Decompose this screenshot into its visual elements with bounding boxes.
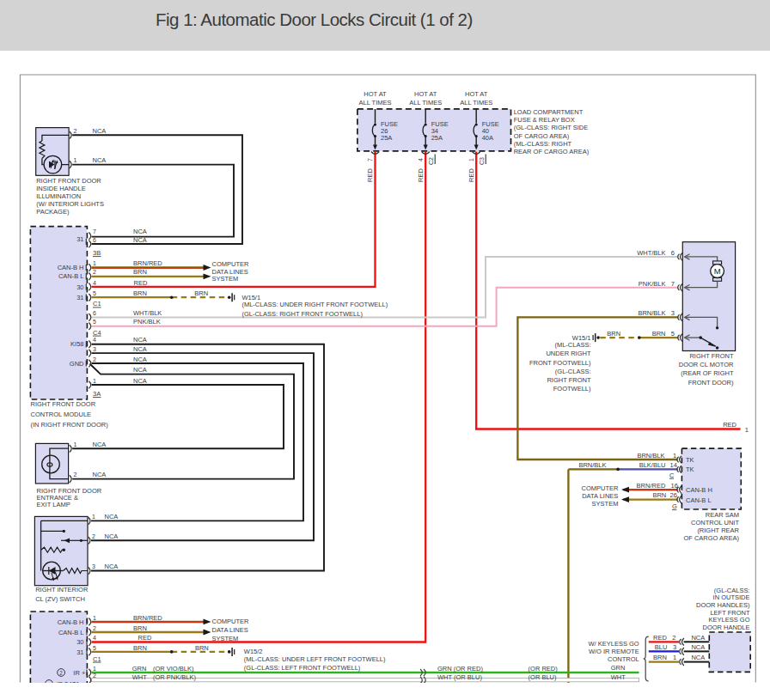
svg-text:BRN/RED: BRN/RED: [637, 482, 666, 490]
svg-text:(GL-CLASS:: (GL-CLASS:: [555, 368, 591, 375]
svg-text:CAN-B L: CAN-B L: [58, 272, 84, 280]
svg-text:1: 1: [673, 654, 676, 661]
svg-text:FRONT FOOTWELL): FRONT FOOTWELL): [529, 359, 591, 367]
svg-text:NCA: NCA: [93, 441, 107, 448]
svg-text:NCA: NCA: [93, 156, 107, 164]
svg-text:NCA: NCA: [105, 533, 119, 540]
svg-text:NCA: NCA: [105, 563, 119, 570]
svg-text:4: 4: [93, 635, 96, 641]
svg-text:WHT: WHT: [132, 673, 147, 681]
svg-text:CAN-B H: CAN-B H: [58, 264, 84, 271]
svg-text:2: 2: [59, 670, 63, 676]
svg-text:NCA: NCA: [691, 643, 705, 651]
svg-text:26: 26: [670, 491, 677, 499]
svg-text:G: G: [672, 502, 677, 510]
svg-text:ALL TIMES: ALL TIMES: [359, 99, 392, 107]
svg-text:TK: TK: [686, 456, 694, 464]
svg-text:3: 3: [93, 346, 96, 352]
svg-text:RED: RED: [653, 634, 667, 642]
svg-text:(REAR OF RIGHT: (REAR OF RIGHT: [681, 369, 734, 377]
svg-text:40A: 40A: [482, 134, 493, 142]
svg-text:FRONT DOOR): FRONT DOOR): [688, 379, 734, 387]
svg-text:ILLUMINATION: ILLUMINATION: [36, 192, 81, 200]
svg-text:NCA: NCA: [93, 127, 107, 135]
svg-text:WHT/BLK: WHT/BLK: [637, 249, 665, 257]
svg-text:KI58: KI58: [70, 340, 83, 348]
svg-text:NCA: NCA: [133, 336, 147, 344]
svg-text:1: 1: [93, 666, 96, 672]
svg-text:(OR VIO/BLK): (OR VIO/BLK): [153, 665, 194, 673]
svg-text:EXIT LAMP: EXIT LAMP: [37, 501, 70, 508]
svg-text:BRN: BRN: [133, 289, 147, 297]
svg-text:BRN: BRN: [195, 644, 209, 652]
svg-text:BRN/BLK: BRN/BLK: [638, 309, 665, 317]
svg-text:6: 6: [93, 310, 96, 316]
svg-text:(OR BLU): (OR BLU): [529, 673, 557, 681]
svg-text:BRN/RED: BRN/RED: [133, 259, 162, 267]
svg-text:GND: GND: [70, 360, 84, 368]
svg-text:(GL-CLASS: RIGHT SIDE: (GL-CLASS: RIGHT SIDE: [514, 124, 589, 131]
svg-text:2: 2: [92, 533, 95, 539]
svg-text:NCA: NCA: [93, 471, 107, 478]
svg-text:25A: 25A: [381, 134, 392, 142]
svg-text:C3: C3: [479, 157, 485, 165]
svg-text:BRN: BRN: [653, 654, 667, 661]
svg-text:FUSE & RELAY BOX: FUSE & RELAY BOX: [514, 116, 575, 124]
svg-text:BRN: BRN: [133, 644, 147, 652]
svg-text:NCA: NCA: [105, 513, 119, 520]
svg-text:SYSTEM: SYSTEM: [592, 500, 619, 508]
svg-text:CAN-B L: CAN-B L: [58, 629, 84, 636]
svg-text:(RIGHT REAR: (RIGHT REAR: [697, 527, 739, 534]
svg-text:1: 1: [745, 426, 749, 434]
svg-text:NCA: NCA: [133, 377, 147, 385]
svg-text:5: 5: [93, 290, 96, 296]
svg-text:2: 2: [93, 673, 96, 679]
svg-text:30: 30: [76, 283, 83, 291]
svg-text:RIGHT FRONT DOOR: RIGHT FRONT DOOR: [36, 177, 101, 185]
svg-text:C1: C1: [93, 300, 101, 307]
svg-text:1: 1: [93, 378, 96, 384]
svg-text:(ML-CLASS: UNDER RIGHT FRONT F: (ML-CLASS: UNDER RIGHT FRONT FOOTWELL): [241, 301, 388, 308]
svg-text:RIGHT FRONT: RIGHT FRONT: [689, 352, 734, 360]
svg-text:(W/ INTERIOR LIGHTS: (W/ INTERIOR LIGHTS: [36, 200, 104, 208]
svg-text:ALL TIMES: ALL TIMES: [409, 99, 442, 107]
svg-text:1: 1: [673, 452, 676, 460]
svg-text:BRN/BLK: BRN/BLK: [578, 461, 606, 469]
svg-text:CAN-B H: CAN-B H: [686, 486, 712, 494]
svg-text:RED: RED: [134, 279, 148, 287]
svg-text:(GL-CALSS:: (GL-CALSS:: [714, 587, 750, 594]
svg-text:4: 4: [93, 280, 96, 286]
svg-text:NCA: NCA: [691, 634, 705, 642]
svg-text:(GL-CLASS: RIGHT FRONT FOOTWEL: (GL-CLASS: RIGHT FRONT FOOTWELL): [241, 310, 363, 318]
svg-text:GRN: GRN: [132, 665, 147, 673]
svg-text:3A: 3A: [93, 390, 101, 398]
svg-text:RED: RED: [417, 168, 425, 182]
svg-text:CAN-B L: CAN-B L: [686, 496, 712, 504]
svg-text:BRN: BRN: [607, 330, 620, 338]
svg-text:RED: RED: [138, 634, 152, 642]
svg-text:W/O IR REMOTE: W/O IR REMOTE: [589, 648, 639, 655]
svg-text:LOAD COMPARTMENT: LOAD COMPARTMENT: [514, 108, 584, 116]
svg-text:Fig 1: Automatic Door Locks Ci: Fig 1: Automatic Door Locks Circuit (1 o…: [156, 9, 473, 29]
svg-text:BRN/RED: BRN/RED: [133, 614, 162, 622]
svg-text:M: M: [714, 266, 721, 276]
svg-text:1: 1: [92, 514, 95, 520]
svg-text:5: 5: [93, 645, 96, 651]
svg-text:30: 30: [76, 638, 83, 646]
svg-text:31: 31: [76, 294, 83, 301]
svg-text:2: 2: [672, 634, 675, 642]
svg-text:CONTROL UNIT: CONTROL UNIT: [691, 519, 739, 527]
svg-text:HOT AT: HOT AT: [364, 90, 387, 98]
svg-text:1: 1: [74, 157, 77, 163]
svg-text:16: 16: [671, 482, 678, 490]
svg-text:DATA LINES: DATA LINES: [582, 492, 618, 500]
svg-text:BRN/BLK: BRN/BLK: [637, 452, 664, 460]
svg-text:CL (ZV) SWITCH: CL (ZV) SWITCH: [35, 595, 85, 603]
svg-text:C: C: [669, 472, 675, 479]
svg-text:CONTROL MODULE: CONTROL MODULE: [31, 411, 92, 418]
svg-text:OF CARGO AREA): OF CARGO AREA): [683, 534, 739, 542]
svg-text:3: 3: [92, 563, 95, 569]
svg-text:REAR SAM: REAR SAM: [706, 511, 739, 519]
svg-text:(OR RED): (OR RED): [529, 665, 559, 673]
svg-text:DATA LINES: DATA LINES: [212, 626, 248, 634]
